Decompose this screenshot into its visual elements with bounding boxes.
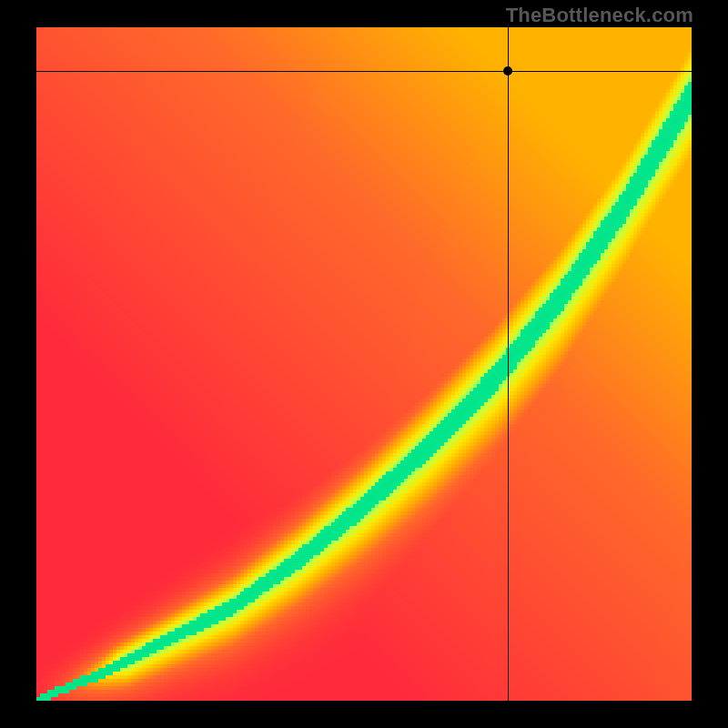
crosshair-vertical [508, 27, 509, 701]
heatmap-plot [36, 27, 692, 701]
crosshair-horizontal [36, 71, 692, 72]
heatmap-canvas [36, 27, 692, 701]
chart-frame: TheBottleneck.com [0, 0, 728, 728]
watermark-label: TheBottleneck.com [506, 4, 693, 27]
marker-dot [503, 66, 512, 76]
